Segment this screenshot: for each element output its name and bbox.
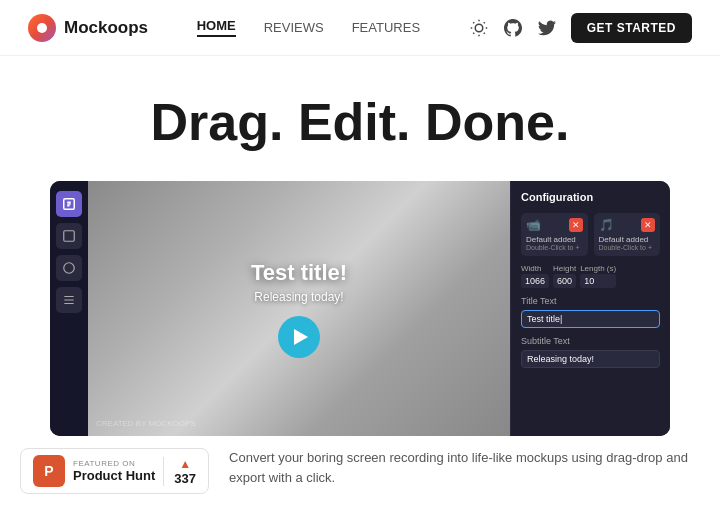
config-card-video-close[interactable]: ✕ — [569, 218, 583, 232]
navbar: Mockoops HOME REVIEWS FEATURES GET START… — [0, 0, 720, 56]
logo-text: Mockoops — [64, 18, 148, 38]
get-started-button[interactable]: GET STARTED — [571, 13, 692, 43]
svg-point-0 — [475, 24, 483, 32]
config-subtitle-text-input[interactable] — [521, 350, 660, 368]
svg-line-3 — [473, 22, 474, 23]
config-title-text-label: Title Text — [521, 296, 660, 306]
video-card-icon: 📹 — [526, 218, 541, 232]
theme-toggle-icon[interactable] — [469, 18, 489, 38]
config-length-label: Length (s) — [580, 264, 616, 273]
nav-reviews[interactable]: REVIEWS — [264, 20, 324, 35]
product-hunt-featured-label: FEATURED ON — [73, 459, 155, 468]
product-hunt-name: Product Hunt — [73, 468, 155, 483]
sidebar-item-3[interactable] — [56, 287, 82, 313]
config-panel: Configuration 📹 ✕ Default added Double-C… — [510, 181, 670, 436]
hero-title: Drag. Edit. Done. — [20, 94, 700, 151]
config-card-audio-sublabel: Double-Click to + — [599, 244, 656, 251]
hero-section: Drag. Edit. Done. — [0, 56, 720, 171]
play-button[interactable] — [278, 316, 320, 358]
config-card-video-header: 📹 ✕ — [526, 218, 583, 232]
product-hunt-logo: P — [33, 455, 65, 487]
nav-links: HOME REVIEWS FEATURES — [197, 18, 420, 37]
logo[interactable]: Mockoops — [28, 14, 148, 42]
svg-line-8 — [483, 22, 484, 23]
sidebar-item-active[interactable] — [56, 191, 82, 217]
config-card-audio-close[interactable]: ✕ — [641, 218, 655, 232]
sidebar-item-2[interactable] — [56, 255, 82, 281]
svg-line-4 — [483, 32, 484, 33]
product-hunt-text: FEATURED ON Product Hunt — [73, 459, 155, 483]
tagline: Convert your boring screen recording int… — [229, 448, 700, 487]
config-subtitle-text-label: Subtitle Text — [521, 336, 660, 346]
sidebar-item-1[interactable] — [56, 223, 82, 249]
config-length-val: 10 — [580, 274, 616, 288]
twitter-icon[interactable] — [537, 18, 557, 38]
config-cards-row: 📹 ✕ Default added Double-Click to + 🎵 ✕ … — [521, 213, 660, 256]
config-card-audio-label: Default added — [599, 235, 656, 244]
config-card-video-sublabel: Double-Click to + — [526, 244, 583, 251]
config-title: Configuration — [521, 191, 660, 203]
product-hunt-logo-icon: P — [44, 463, 53, 479]
audio-card-icon: 🎵 — [599, 218, 614, 232]
logo-icon — [28, 14, 56, 42]
svg-line-7 — [473, 32, 474, 33]
config-length-group: Length (s) 10 — [580, 264, 616, 288]
video-panel: Test title! Releasing today! CREATED BY … — [88, 181, 510, 436]
github-icon[interactable] — [503, 18, 523, 38]
votes-arrow-icon: ▲ — [179, 457, 191, 471]
product-hunt-votes: ▲ 337 — [163, 457, 196, 486]
config-height-group: Height 600 — [553, 264, 576, 288]
bottom-area: P FEATURED ON Product Hunt ▲ 337 Convert… — [0, 436, 720, 494]
config-title-text-input[interactable] — [521, 310, 660, 328]
config-subtitle-text-group: Subtitle Text — [521, 336, 660, 368]
config-height-val: 600 — [553, 274, 576, 288]
config-card-video: 📹 ✕ Default added Double-Click to + — [521, 213, 588, 256]
votes-count: 337 — [174, 471, 196, 486]
config-height-label: Height — [553, 264, 576, 273]
video-overlay: Test title! Releasing today! — [88, 181, 510, 436]
app-mockup: Test title! Releasing today! CREATED BY … — [50, 181, 670, 436]
svg-rect-10 — [64, 231, 75, 242]
product-hunt-badge[interactable]: P FEATURED ON Product Hunt ▲ 337 — [20, 448, 209, 494]
config-width-val: 1066 — [521, 274, 549, 288]
app-sidebar — [50, 181, 88, 436]
nav-features[interactable]: FEATURES — [352, 20, 420, 35]
config-dimensions: Width 1066 Height 600 Length (s) 10 — [521, 264, 660, 288]
config-card-video-label: Default added — [526, 235, 583, 244]
video-subtitle: Releasing today! — [254, 290, 343, 304]
nav-right: GET STARTED — [469, 13, 692, 43]
config-width-label: Width — [521, 264, 549, 273]
config-title-text-group: Title Text — [521, 296, 660, 328]
config-card-audio-header: 🎵 ✕ — [599, 218, 656, 232]
svg-point-11 — [64, 263, 75, 274]
video-title: Test title! — [251, 260, 347, 286]
content-area: Test title! Releasing today! CREATED BY … — [0, 171, 720, 436]
nav-home[interactable]: HOME — [197, 18, 236, 37]
config-width-group: Width 1066 — [521, 264, 549, 288]
video-watermark: CREATED BY MOCKOOPS — [96, 419, 196, 428]
config-card-audio: 🎵 ✕ Default added Double-Click to + — [594, 213, 661, 256]
